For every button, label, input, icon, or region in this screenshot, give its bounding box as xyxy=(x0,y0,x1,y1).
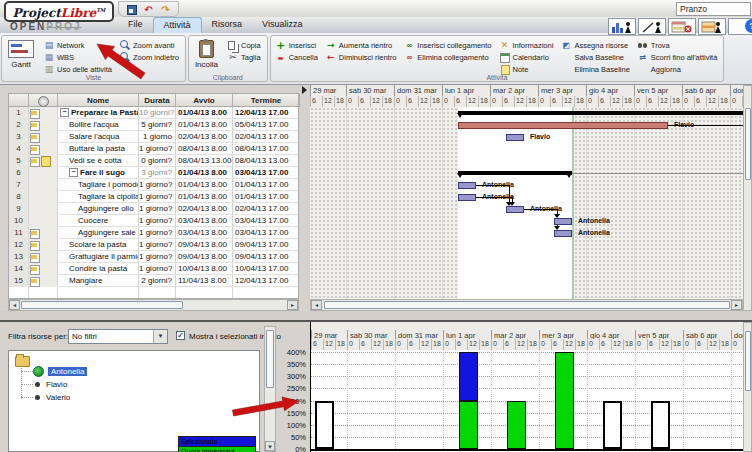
aggiorna-button[interactable]: Aggiorna xyxy=(637,64,717,74)
duration-cell[interactable]: 2 giorni? xyxy=(139,275,175,287)
row-number[interactable]: 12 xyxy=(9,239,28,251)
calendario-button[interactable]: Calendario xyxy=(499,52,554,62)
end-cell[interactable]: 05/04/13 17.00 xyxy=(233,119,299,131)
inserisci-button[interactable]: Inserisci xyxy=(275,40,318,50)
task-name-cell[interactable]: Tagliare la cipolla xyxy=(58,191,138,203)
save-button[interactable] xyxy=(125,3,138,15)
show-selected-checkbox[interactable]: ✓ xyxy=(176,331,185,340)
gantt-task-bar[interactable] xyxy=(554,230,572,237)
end-cell[interactable]: 01/04/13 17.00 xyxy=(233,191,299,203)
table-hscrollbar[interactable]: ◂ ▸ xyxy=(8,299,299,311)
duration-cell[interactable]: 1 giorno? xyxy=(139,239,175,251)
task-name-cell[interactable]: Buttare la pasta xyxy=(58,143,138,155)
task-usage-view-button[interactable] xyxy=(668,18,696,35)
duration-cell[interactable]: 1 giorno? xyxy=(139,251,175,263)
row-number[interactable]: 11 xyxy=(9,227,28,239)
start-cell[interactable]: 08/04/13 13.00 xyxy=(176,155,232,167)
duration-cell[interactable]: 5 giorni? xyxy=(139,119,175,131)
gantt-vscrollbar[interactable] xyxy=(743,85,752,311)
taglia-button[interactable]: Taglia xyxy=(227,52,261,62)
task-name-cell[interactable]: Aggiungere sale xyxy=(58,227,138,239)
scroll-down-button[interactable]: ▼ xyxy=(265,441,275,451)
row-number[interactable]: 5 xyxy=(9,155,28,167)
resource-item-valerio[interactable]: Valerio xyxy=(33,391,70,403)
copia-button[interactable]: Copia xyxy=(227,40,261,50)
splitter-handle-icon[interactable] xyxy=(302,86,307,94)
gantt-task-bar[interactable] xyxy=(458,194,476,201)
duration-cell[interactable]: 1 giorno? xyxy=(139,215,175,227)
end-cell[interactable]: 09/04/13 17.00 xyxy=(233,251,299,263)
end-cell[interactable]: 10/04/13 17.00 xyxy=(233,263,299,275)
start-cell[interactable]: 01/04/13 8.00 xyxy=(176,179,232,191)
end-cell[interactable]: 02/04/13 17.00 xyxy=(233,203,299,215)
elimina-baseline-button[interactable]: Elimina Baseline xyxy=(560,64,629,74)
start-cell[interactable]: 10/04/13 8.00 xyxy=(176,263,232,275)
start-cell[interactable]: 08/04/13 8.00 xyxy=(176,143,232,155)
row-number[interactable]: 13 xyxy=(9,251,28,263)
start-cell[interactable]: 01/04/13 8.00 xyxy=(176,107,232,119)
duration-cell[interactable]: 1 giorno? xyxy=(139,179,175,191)
redo-button[interactable] xyxy=(159,3,172,15)
network-button[interactable]: Network xyxy=(43,40,112,50)
gantt-task-bar[interactable] xyxy=(458,122,668,129)
gantt-summary-bar[interactable] xyxy=(458,111,743,115)
task-name-cell[interactable]: Cuocere xyxy=(58,215,138,227)
incolla-button[interactable]: Incolla xyxy=(193,38,220,71)
start-cell[interactable]: 01/04/13 8.00 xyxy=(176,167,232,179)
tab-file[interactable]: File xyxy=(118,17,153,33)
gantt-summary-bar[interactable] xyxy=(458,171,572,175)
wbs-button[interactable]: WBS xyxy=(43,52,112,62)
start-cell[interactable]: 02/04/13 8.00 xyxy=(176,203,232,215)
start-cell[interactable]: 02/04/13 8.00 xyxy=(176,131,232,143)
resource-usage-view-button[interactable] xyxy=(698,18,726,35)
tab-attività[interactable]: Attività xyxy=(153,17,202,34)
elimina-collegamento-button[interactable]: Elimina collegamento xyxy=(403,52,491,62)
duration-cell[interactable]: 1 giorno? xyxy=(139,263,175,275)
scroll-thumb[interactable] xyxy=(266,330,274,388)
row-number[interactable]: 2 xyxy=(9,119,28,131)
start-cell[interactable]: 09/04/13 8.00 xyxy=(176,239,232,251)
trova-button[interactable]: Trova xyxy=(637,40,717,50)
end-cell[interactable]: 03/04/13 17.00 xyxy=(233,167,299,179)
row-number[interactable]: 7 xyxy=(9,179,28,191)
histogram-view-button[interactable] xyxy=(608,18,636,35)
end-cell[interactable]: 03/04/13 17.00 xyxy=(233,215,299,227)
start-cell[interactable]: 09/04/13 8.00 xyxy=(176,251,232,263)
duration-cell[interactable]: 10 giorni? xyxy=(139,107,175,119)
diminuisci-rientro-button[interactable]: Diminuisci rientro xyxy=(325,52,397,62)
gantt-task-bar[interactable] xyxy=(554,218,572,225)
end-cell[interactable]: 02/04/13 17.00 xyxy=(233,131,299,143)
task-name-cell[interactable]: Tagliare i pomodori xyxy=(58,179,138,191)
duration-cell[interactable]: 1 giorno xyxy=(139,131,175,143)
row-number[interactable]: 9 xyxy=(9,203,28,215)
start-cell[interactable]: 03/04/13 8.00 xyxy=(176,227,232,239)
assegna-risorse-button[interactable]: Assegna risorse xyxy=(560,40,629,50)
chevron-down-icon[interactable]: ▼ xyxy=(153,330,167,343)
scroll-left-button[interactable]: ◂ xyxy=(9,300,20,310)
end-cell[interactable]: 12/04/13 17.00 xyxy=(233,275,299,287)
filter-dropdown[interactable]: No filtri ▼ xyxy=(68,329,168,344)
tab-risorsa[interactable]: Risorsa xyxy=(202,17,253,33)
row-number[interactable]: 14 xyxy=(9,263,28,275)
start-cell[interactable]: 11/04/13 8.00 xyxy=(176,275,232,287)
tab-visualizza[interactable]: Visualizza xyxy=(252,17,312,33)
scroll-thumb[interactable] xyxy=(745,331,751,391)
scroll-right-button[interactable]: ▸ xyxy=(731,300,742,310)
row-number[interactable]: 15 xyxy=(9,275,28,287)
task-name-cell[interactable]: Salare l'acqua xyxy=(58,131,138,143)
inserisci-collegamento-button[interactable]: Inserisci collegamento xyxy=(403,40,491,50)
zoom-indietro-button[interactable]: Zoom indietro xyxy=(119,52,179,62)
row-number[interactable]: 1 xyxy=(9,107,28,119)
collapse-toggle[interactable]: − xyxy=(69,168,78,177)
horizontal-splitter[interactable] xyxy=(0,311,752,322)
gantt-button[interactable]: Gantt xyxy=(6,38,36,71)
duration-cell[interactable]: 0 giorni? xyxy=(139,155,175,167)
resource-item-antonella[interactable]: Antonella xyxy=(33,365,87,377)
start-cell[interactable]: 03/04/13 8.00 xyxy=(176,215,232,227)
end-cell[interactable]: 03/04/13 17.00 xyxy=(233,227,299,239)
end-cell[interactable]: 12/04/13 17.00 xyxy=(233,107,299,119)
start-cell[interactable]: 01/04/13 8.00 xyxy=(176,119,232,131)
resource-item-flavio[interactable]: Flavio xyxy=(33,378,67,390)
informazioni-button[interactable]: Informazioni xyxy=(499,40,554,50)
task-name-cell[interactable]: Vedi se è cotta xyxy=(58,155,138,167)
